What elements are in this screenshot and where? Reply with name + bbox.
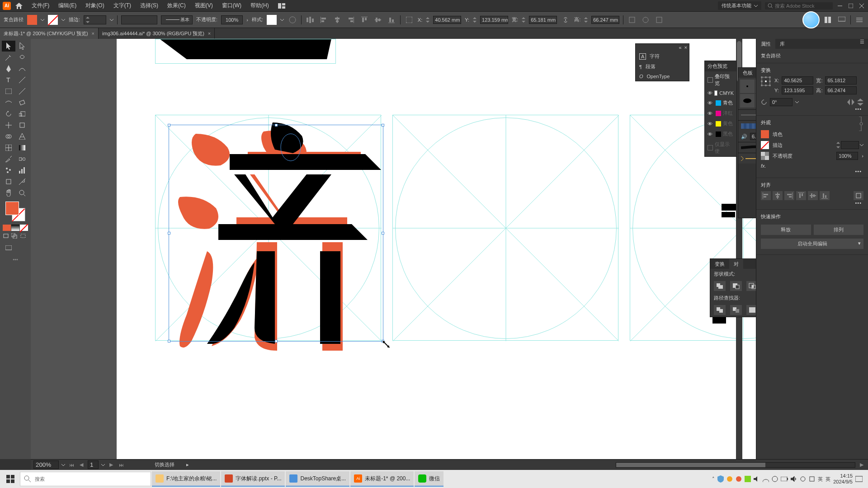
opacity-input[interactable] — [221, 15, 243, 24]
opacity-swatch[interactable] — [761, 152, 769, 160]
paintbrush-tool[interactable] — [16, 86, 29, 97]
taskbar-item[interactable]: F:\地主家的余粮\铭... — [152, 471, 220, 487]
chevron-down-icon[interactable] — [61, 463, 65, 467]
pen-tool[interactable] — [2, 63, 15, 74]
direct-selection-tool[interactable] — [16, 41, 29, 52]
menu-help[interactable]: 帮助(H) — [246, 2, 274, 9]
curvature-tool[interactable] — [16, 63, 29, 74]
stroke-weight-input[interactable] — [84, 15, 106, 24]
taskbar-item[interactable]: DeskTopShare桌... — [286, 471, 349, 487]
close-button[interactable] — [858, 2, 865, 9]
align-right-icon[interactable] — [346, 15, 356, 25]
x-input[interactable] — [433, 16, 461, 24]
chevron-down-icon[interactable] — [41, 18, 44, 22]
color-mode-gradient[interactable] — [11, 225, 19, 231]
align-top-button[interactable] — [796, 191, 806, 200]
brush-definition[interactable]: 基本 — [161, 15, 193, 24]
blend-tool[interactable] — [16, 154, 29, 164]
taskbar-item[interactable]: 微信 — [415, 471, 443, 487]
align-vcenter-icon[interactable] — [373, 15, 383, 25]
home-icon[interactable] — [15, 3, 23, 9]
flip-h-icon[interactable] — [847, 99, 854, 105]
channel-row[interactable]: 👁黄色 — [705, 118, 736, 129]
shaper-tool[interactable] — [2, 97, 15, 108]
tab-properties[interactable]: 属性 — [756, 39, 775, 49]
notification-icon[interactable] — [855, 475, 863, 483]
zoom-tool[interactable] — [16, 188, 29, 198]
w-input[interactable] — [529, 16, 557, 24]
brush-swatch[interactable] — [740, 94, 755, 108]
global-edit-button[interactable]: 启动全局编辑▾ — [761, 239, 863, 249]
tab-transform[interactable]: 变换 — [710, 259, 729, 269]
chevron-down-icon[interactable] — [61, 18, 65, 22]
menu-object[interactable]: 对象(O) — [81, 2, 108, 9]
color-mode-none[interactable] — [20, 225, 28, 231]
artboard-canvas[interactable] — [117, 39, 768, 459]
panel-item-opentype[interactable]: OOpenType — [636, 72, 689, 81]
w-input[interactable] — [825, 76, 857, 84]
stroke-weight-input[interactable] — [841, 141, 859, 149]
tab-libraries[interactable]: 库 — [775, 39, 789, 49]
reference-point-icon[interactable] — [761, 76, 771, 86]
align-bottom-icon[interactable] — [387, 15, 396, 25]
recolor-icon[interactable] — [288, 15, 297, 25]
last-artboard-button[interactable]: ⏭ — [118, 462, 125, 468]
channel-row[interactable]: 👁青色 — [705, 98, 736, 108]
prev-artboard-button[interactable]: ◀ — [78, 462, 85, 468]
variable-width-profile[interactable] — [121, 15, 157, 24]
menu-file[interactable]: 文件(F) — [27, 2, 54, 9]
menu-effect[interactable]: 效果(C) — [163, 2, 190, 9]
menu-arrange-icon[interactable] — [274, 3, 291, 9]
align-left-icon[interactable] — [319, 15, 329, 25]
horizontal-scrollbar[interactable] — [616, 462, 855, 468]
draw-behind[interactable] — [11, 233, 19, 239]
close-tab-icon[interactable]: × — [92, 31, 94, 36]
menu-window[interactable]: 窗口(W) — [217, 2, 246, 9]
tray-icon[interactable] — [726, 476, 733, 482]
channel-row[interactable]: 👁黑色 — [705, 129, 736, 139]
draw-inside[interactable] — [20, 233, 28, 239]
more-options-icon[interactable]: ••• — [761, 200, 863, 206]
tray-network-icon[interactable] — [763, 476, 769, 482]
x-input[interactable] — [782, 76, 813, 84]
chevron-down-icon[interactable] — [110, 18, 113, 22]
panel-menu-icon[interactable] — [854, 15, 864, 25]
tray-sound-icon[interactable] — [754, 476, 760, 482]
unite-button[interactable] — [714, 281, 726, 291]
selection-tool[interactable] — [2, 41, 15, 52]
scroll-right-button[interactable]: ▶ — [858, 462, 865, 468]
chevron-down-icon[interactable] — [280, 18, 284, 22]
document-tab[interactable]: 未标题-1* @ 200% (CMYK/GPU 预览) × — [0, 28, 99, 39]
minus-front-button[interactable] — [730, 281, 742, 291]
menu-edit[interactable]: 编辑(E) — [54, 2, 81, 9]
align-right-button[interactable] — [784, 191, 794, 200]
panel-item-character[interactable]: A字符 — [636, 51, 689, 61]
menu-view[interactable]: 视图(V) — [190, 2, 217, 9]
width-tool[interactable] — [2, 120, 15, 131]
scale-tool[interactable] — [16, 108, 29, 119]
arrange-docs-icon[interactable] — [823, 15, 833, 25]
link-wh-icon[interactable] — [857, 115, 865, 133]
release-button[interactable]: 释放 — [761, 225, 811, 235]
color-mode-solid[interactable] — [3, 225, 11, 231]
tray-icon[interactable] — [772, 476, 778, 482]
menu-type[interactable]: 文字(T) — [109, 2, 136, 9]
lasso-tool[interactable] — [16, 52, 29, 63]
channel-row[interactable]: 👁洋红 — [705, 108, 736, 118]
fill-swatch[interactable] — [27, 15, 37, 25]
tray-icon[interactable] — [800, 476, 806, 482]
status-arrow[interactable]: ▸ — [186, 462, 189, 468]
tab-align[interactable]: 对 — [729, 259, 743, 269]
line-tool[interactable] — [16, 75, 29, 85]
slice-tool[interactable] — [16, 176, 29, 187]
symbol-sprayer-tool[interactable] — [2, 165, 15, 176]
fill-stroke-colors[interactable] — [5, 202, 25, 221]
align-vcenter-button[interactable] — [808, 191, 818, 200]
opacity-input[interactable] — [836, 152, 858, 160]
tray-chevron-icon[interactable]: ˄ — [712, 476, 715, 482]
more-options-icon[interactable]: ••• — [761, 106, 863, 112]
first-artboard-button[interactable]: ⏮ — [68, 462, 75, 468]
opacity-arrow[interactable]: › — [246, 17, 248, 23]
user-avatar[interactable] — [802, 11, 820, 28]
divide-button[interactable] — [714, 305, 726, 315]
